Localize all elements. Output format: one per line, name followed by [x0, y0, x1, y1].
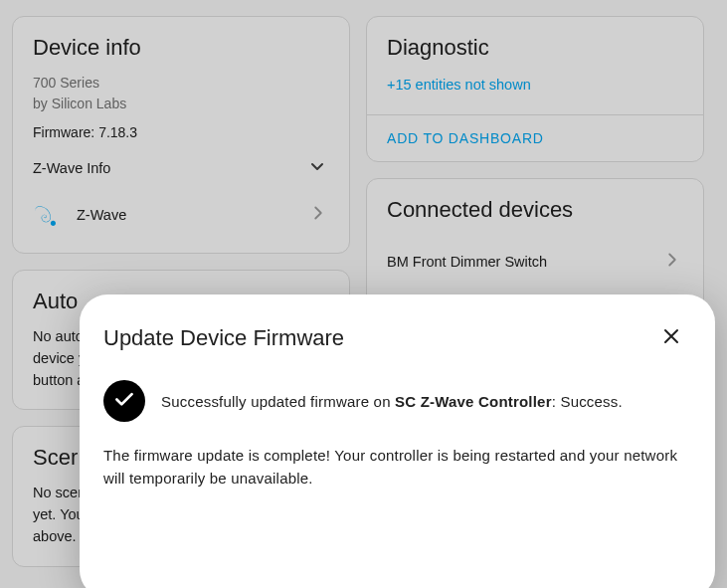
- success-badge: [103, 380, 145, 422]
- success-message: Successfully updated firmware on SC Z-Wa…: [161, 393, 623, 410]
- update-firmware-dialog: Update Device Firmware Successfully upda…: [80, 294, 715, 588]
- dialog-body-text: The firmware update is complete! Your co…: [103, 444, 691, 490]
- dialog-title: Update Device Firmware: [103, 325, 344, 351]
- close-button[interactable]: [651, 318, 691, 358]
- close-icon: [659, 324, 683, 352]
- check-icon: [111, 386, 137, 416]
